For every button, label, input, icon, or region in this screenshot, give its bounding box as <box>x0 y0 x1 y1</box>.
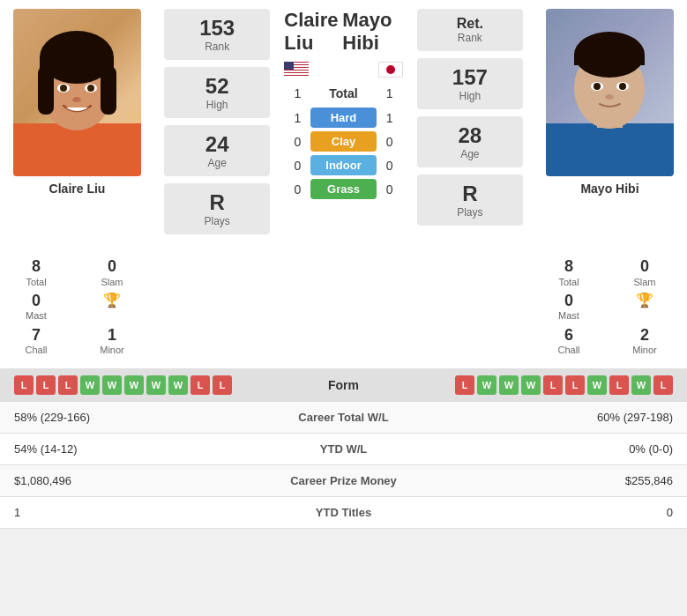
right-rank-label: Rank <box>431 32 509 44</box>
grass-left: 0 <box>284 182 310 197</box>
svg-point-21 <box>605 94 614 100</box>
left-age-value: 24 <box>178 132 256 157</box>
svg-point-8 <box>60 85 67 92</box>
right-total-label: Total <box>536 277 601 288</box>
total-right-count: 1 <box>377 86 403 100</box>
indoor-right: 0 <box>377 159 403 173</box>
right-form-3: W <box>499 375 519 395</box>
right-age-box: 28 Age <box>417 116 523 167</box>
players-section: Claire Liu 153 Rank 52 High 24 Age R Pla… <box>0 0 687 250</box>
center-spacer <box>154 250 533 356</box>
left-mast-stat: 0 Mast <box>4 292 69 323</box>
center-column: Claire Liu Mayo Hibi 1 Total 1 1 Hard 1 <box>280 9 407 203</box>
svg-rect-0 <box>13 123 141 176</box>
right-player-name-top: Mayo Hibi <box>342 9 402 55</box>
right-chall-stat: 6 Chall <box>536 326 601 357</box>
left-player-photo <box>13 9 141 176</box>
right-form-1: L <box>455 375 474 395</box>
left-form-4: W <box>80 375 100 395</box>
indoor-row: 0 Indoor 0 <box>284 155 402 175</box>
left-high-value: 52 <box>178 74 256 99</box>
ytd-label: YTD W/L <box>241 434 447 465</box>
right-grid-stats: 8 Total 0 Slam 0 Mast 🏆 6 Chall <box>533 250 687 356</box>
total-left-count: 1 <box>284 86 310 100</box>
right-form-6: L <box>565 375 585 395</box>
left-slam-stat: 0 Slam <box>79 257 145 288</box>
left-high-label: High <box>178 99 256 111</box>
right-mast-stat: 0 Mast <box>536 292 601 323</box>
right-trophy-icon: 🏆 <box>636 293 653 308</box>
right-stats-panel: Ret. Rank 157 High 28 Age R Plays <box>407 9 533 233</box>
right-high-value: 157 <box>431 65 509 90</box>
left-player-name-top: Claire Liu <box>284 9 342 55</box>
left-form-badges: L L L W W W W W L L <box>14 375 291 395</box>
left-grid-stats: 8 Total 0 Slam 0 Mast 🏆 7 Chall <box>0 250 154 356</box>
form-section: L L L W W W W W L L Form L W W W L L W L… <box>0 368 687 402</box>
right-minor-value: 2 <box>612 326 677 345</box>
hard-right: 1 <box>377 111 403 125</box>
left-stats-grid: 8 Total 0 Slam 0 Mast 🏆 7 Chall <box>4 257 145 356</box>
right-stats-grid: 8 Total 0 Slam 0 Mast 🏆 6 Chall <box>536 257 677 356</box>
right-rank-box: Ret. Rank <box>417 9 523 51</box>
left-chall-stat: 7 Chall <box>4 326 69 357</box>
left-total-label: Total <box>4 277 69 288</box>
left-mast-value: 0 <box>4 292 69 311</box>
clay-row: 0 Clay 0 <box>284 131 402 152</box>
right-plays-box: R Plays <box>417 174 523 226</box>
form-label: Form <box>291 378 397 392</box>
left-form-10: L <box>213 375 232 395</box>
svg-rect-12 <box>546 123 674 176</box>
left-total-value: 8 <box>4 257 69 277</box>
right-total-stat: 8 Total <box>536 257 601 288</box>
right-slam-label: Slam <box>612 277 677 288</box>
hard-row: 1 Hard 1 <box>284 108 402 128</box>
left-slam-label: Slam <box>79 277 145 288</box>
right-flag-icon <box>378 62 403 78</box>
right-age-label: Age <box>431 148 509 160</box>
right-form-2: W <box>477 375 497 395</box>
ytd-right-val: 0% (0-0) <box>446 434 687 465</box>
stats-table: 58% (229-166) Career Total W/L 60% (297-… <box>0 402 687 529</box>
career-left-val: 58% (229-166) <box>0 402 241 434</box>
right-form-4: W <box>521 375 541 395</box>
grass-badge: Grass <box>310 179 376 199</box>
titles-right-val: 0 <box>446 497 687 529</box>
left-rank-box: 153 Rank <box>164 9 270 60</box>
prize-right-val: $255,846 <box>446 465 687 497</box>
left-player-card: Claire Liu <box>0 9 154 196</box>
right-mast-value: 0 <box>536 292 601 311</box>
prize-left-val: $1,080,496 <box>0 465 241 497</box>
grass-row: 0 Grass 0 <box>284 179 402 199</box>
career-label: Career Total W/L <box>241 402 447 434</box>
career-right-val: 60% (297-198) <box>446 402 687 434</box>
left-form-2: L <box>36 375 56 395</box>
right-age-value: 28 <box>431 123 509 148</box>
indoor-badge: Indoor <box>310 155 376 175</box>
hard-left: 1 <box>284 111 310 125</box>
left-age-box: 24 Age <box>164 125 270 176</box>
right-minor-label: Minor <box>612 345 677 356</box>
clay-right: 0 <box>377 135 403 149</box>
right-chall-value: 6 <box>536 326 601 345</box>
table-row-ytd: 54% (14-12) YTD W/L 0% (0-0) <box>0 434 687 465</box>
left-plays-box: R Plays <box>164 183 270 234</box>
table-row-career: 58% (229-166) Career Total W/L 60% (297-… <box>0 402 687 434</box>
prize-label: Career Prize Money <box>241 465 447 497</box>
total-label: Total <box>310 86 376 100</box>
left-player-name: Claire Liu <box>49 182 106 196</box>
left-minor-value: 1 <box>79 326 145 345</box>
right-form-5: L <box>543 375 563 395</box>
right-player-photo <box>546 9 674 176</box>
surface-section: 1 Hard 1 0 Clay 0 0 Indoor 0 0 Grass <box>284 108 402 203</box>
left-high-box: 52 High <box>164 67 270 118</box>
right-plays-value: R <box>431 182 509 206</box>
left-form-6: W <box>124 375 144 395</box>
table-row-titles: 1 YTD Titles 0 <box>0 497 687 529</box>
left-total-stat: 8 Total <box>4 257 69 288</box>
left-trophy-icon: 🏆 <box>103 293 121 308</box>
right-form-badges: L W W W L L W L W L <box>397 375 674 395</box>
svg-point-20 <box>619 83 626 90</box>
svg-point-18 <box>594 83 601 90</box>
indoor-left: 0 <box>284 159 310 173</box>
left-form-8: W <box>168 375 188 395</box>
